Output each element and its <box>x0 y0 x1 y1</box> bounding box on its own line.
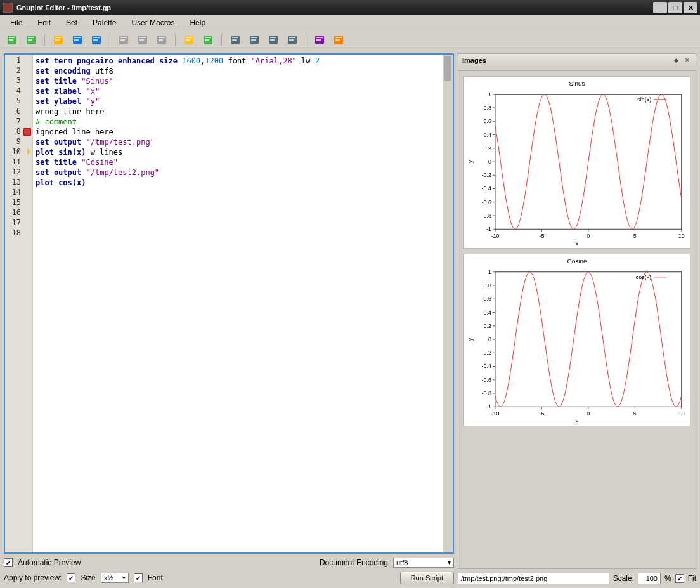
svg-text:-1: -1 <box>486 226 491 232</box>
svg-text:Cosine: Cosine <box>567 258 587 265</box>
chart-sinus: Sinus-10-50510-1-0.8-0.6-0.4-0.200.20.40… <box>463 76 690 249</box>
line-number: 7 <box>5 117 32 127</box>
svg-rect-34 <box>251 37 257 38</box>
align-justify-icon[interactable] <box>284 32 301 48</box>
svg-rect-47 <box>335 39 340 41</box>
menu-edit[interactable]: Edit <box>31 17 57 29</box>
doc-encoding-label: Document Encoding <box>320 558 388 567</box>
svg-rect-35 <box>251 39 256 41</box>
eye-toggle-icon[interactable] <box>311 32 328 48</box>
svg-rect-31 <box>232 37 238 38</box>
svg-rect-16 <box>120 37 127 38</box>
app-icon <box>3 3 13 13</box>
line-number: 4 <box>5 86 32 96</box>
svg-text:x: x <box>576 418 579 424</box>
menu-set[interactable]: Set <box>60 17 84 29</box>
svg-rect-40 <box>289 37 295 38</box>
line-number: 9 <box>5 137 32 147</box>
paste-icon[interactable] <box>153 32 170 48</box>
maximize-button[interactable]: □ <box>668 2 682 13</box>
svg-rect-4 <box>28 37 34 38</box>
fit-label: Fit <box>688 574 696 583</box>
apply-preview-label: Apply to preview: <box>4 573 62 582</box>
svg-rect-41 <box>289 39 294 41</box>
chart-cosine: Cosine-10-50510-1-0.8-0.6-0.4-0.200.20.4… <box>463 254 690 426</box>
svg-text:-0.8: -0.8 <box>482 390 491 396</box>
svg-rect-10 <box>74 37 81 38</box>
menu-user-macros[interactable]: User Macros <box>125 17 181 29</box>
redo-icon[interactable] <box>200 32 216 48</box>
cut-icon[interactable] <box>134 32 151 48</box>
svg-text:10: 10 <box>678 410 685 417</box>
line-number: 14 <box>5 188 32 198</box>
warning-marker-icon <box>27 148 31 155</box>
align-right-icon[interactable] <box>265 32 282 48</box>
minimize-button[interactable]: _ <box>653 2 667 13</box>
svg-rect-28 <box>205 37 211 38</box>
size-checkbox[interactable] <box>67 573 75 582</box>
svg-rect-26 <box>186 39 190 41</box>
image-paths-field[interactable] <box>458 573 609 584</box>
menu-palette[interactable]: Palette <box>86 17 122 29</box>
size-select[interactable]: x½ <box>101 573 129 583</box>
svg-rect-87 <box>495 272 682 407</box>
save-as-icon[interactable] <box>88 32 105 48</box>
svg-rect-23 <box>159 39 163 41</box>
svg-rect-11 <box>74 39 79 41</box>
line-number: 2 <box>5 66 32 76</box>
scale-field[interactable] <box>638 573 661 584</box>
editor-scrollbar[interactable] <box>443 55 453 552</box>
fit-checkbox[interactable] <box>675 574 684 583</box>
auto-preview-checkbox[interactable] <box>4 558 13 567</box>
menubar: FileEditSetPaletteUser MacrosHelp <box>0 15 700 30</box>
doc-encoding-select[interactable]: utf8 <box>393 558 454 568</box>
close-button[interactable]: ✕ <box>684 2 697 13</box>
undo-icon[interactable] <box>181 32 197 48</box>
new-file-icon[interactable] <box>4 32 20 48</box>
svg-text:0: 0 <box>587 233 590 239</box>
scale-label: Scale: <box>613 574 634 583</box>
svg-text:sin(x): sin(x) <box>637 96 651 103</box>
svg-rect-14 <box>93 39 98 41</box>
svg-text:-10: -10 <box>491 233 500 239</box>
align-center-icon[interactable] <box>246 32 262 48</box>
svg-text:0.4: 0.4 <box>484 310 491 316</box>
menu-file[interactable]: File <box>4 17 29 29</box>
menu-help[interactable]: Help <box>183 17 212 29</box>
line-number: 16 <box>5 208 32 218</box>
svg-rect-7 <box>55 37 62 38</box>
code-editor[interactable]: 123456789101112131415161718 set term png… <box>4 53 454 554</box>
titlebar: Gnuplot Editor - /tmp/test.gp _ □ ✕ <box>0 0 700 15</box>
copy-icon[interactable] <box>115 32 132 48</box>
line-number: 1 <box>5 56 32 66</box>
svg-text:0.2: 0.2 <box>484 145 491 152</box>
svg-text:0: 0 <box>488 159 491 165</box>
run-script-button[interactable]: Run Script <box>400 572 454 584</box>
grid-toggle-icon[interactable] <box>330 32 347 48</box>
line-number: 15 <box>5 198 32 208</box>
svg-text:1: 1 <box>488 91 491 98</box>
save-file-icon[interactable] <box>69 32 86 48</box>
font-checkbox[interactable] <box>134 573 143 582</box>
svg-rect-46 <box>335 37 342 38</box>
panel-menu-icon[interactable]: ◆ <box>671 56 680 65</box>
svg-text:-5: -5 <box>539 410 544 417</box>
svg-rect-29 <box>205 39 209 41</box>
svg-text:-0.2: -0.2 <box>482 350 491 356</box>
open-file-icon[interactable] <box>50 32 67 48</box>
svg-text:-5: -5 <box>539 233 544 239</box>
font-label: Font <box>148 573 163 582</box>
align-left-icon[interactable] <box>227 32 243 48</box>
svg-rect-43 <box>316 37 323 38</box>
svg-text:cos(x): cos(x) <box>636 274 651 280</box>
scale-pct: % <box>664 574 671 583</box>
panel-close-icon[interactable]: ✕ <box>683 56 692 65</box>
svg-text:-1: -1 <box>486 403 491 410</box>
new-template-icon[interactable] <box>23 32 39 48</box>
svg-rect-32 <box>232 39 237 41</box>
svg-rect-5 <box>28 39 32 41</box>
svg-rect-17 <box>120 39 125 41</box>
editor-content[interactable]: set term pngcairo enhanced size 1600,120… <box>33 55 453 552</box>
line-number: 10 <box>5 147 32 157</box>
svg-text:y: y <box>467 337 474 341</box>
